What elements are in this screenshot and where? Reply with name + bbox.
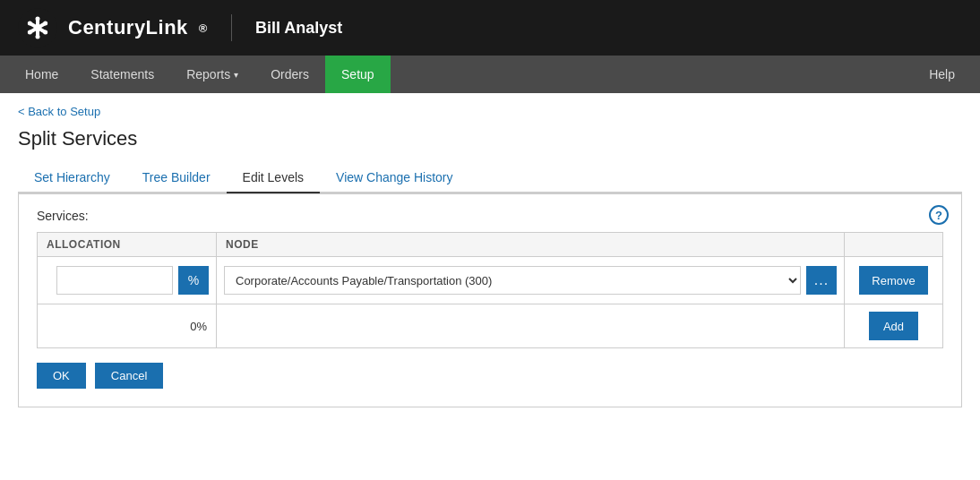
svg-point-5 [36,35,40,39]
svg-point-4 [36,17,40,21]
ok-button[interactable]: OK [37,363,86,389]
allocation-input[interactable] [56,266,173,295]
table-header-row: ALLOCATION NODE [38,233,943,257]
pct-button[interactable]: % [178,266,209,295]
node-row: Corporate/Accounts Payable/Transportatio… [224,266,837,295]
node-cell: Corporate/Accounts Payable/Transportatio… [217,257,845,304]
nav-home[interactable]: Home [9,56,74,93]
table-row: % Corporate/Accounts Payable/Transportat… [38,257,943,304]
allocation-input-group: % [45,266,209,295]
nav-statements[interactable]: Statements [74,56,170,93]
centurylink-logo-icon [18,8,57,47]
nav-help[interactable]: Help [913,56,971,93]
page-title: Split Services [18,127,962,150]
svg-point-9 [43,21,47,26]
total-row: 0% Add [38,304,943,348]
nav-reports[interactable]: Reports ▾ [170,56,254,93]
header-allocation: ALLOCATION [38,233,217,257]
total-node-cell [217,304,845,348]
node-select[interactable]: Corporate/Accounts Payable/Transportatio… [224,266,801,295]
back-to-setup-link[interactable]: < Back to Setup [18,105,100,118]
help-circle-icon[interactable]: ? [929,205,949,225]
registered-mark: ® [199,21,208,35]
cancel-button[interactable]: Cancel [95,363,163,389]
nav-setup[interactable]: Setup [325,56,391,93]
add-cell: Add [845,304,943,348]
nav-bar: Home Statements Reports ▾ Orders Setup H… [0,56,980,93]
ellipsis-button[interactable]: ... [806,266,837,295]
header-node: NODE [217,233,845,257]
services-table: ALLOCATION NODE % [37,232,943,348]
logo-divider [231,14,232,41]
action-cell: Remove [845,257,943,304]
logo-area: CenturyLink ® Bill Analyst [18,8,342,47]
brand-name: CenturyLink [68,16,188,39]
remove-button[interactable]: Remove [859,266,927,295]
svg-point-8 [28,30,32,35]
svg-point-6 [28,21,32,26]
content-area: < Back to Setup Split Services Set Hiera… [0,93,980,480]
nav-spacer [391,56,914,93]
tab-set-hierarchy[interactable]: Set Hierarchy [18,163,126,192]
tabs-bar: Set Hierarchy Tree Builder Edit Levels V… [18,163,962,193]
main-panel: ? Services: ALLOCATION NODE % [18,193,962,407]
bottom-buttons: OK Cancel [37,363,943,389]
svg-point-10 [35,25,40,30]
allocation-cell: % [38,257,217,304]
header-action [845,233,943,257]
tab-view-change-history[interactable]: View Change History [320,163,469,192]
services-label: Services: [37,209,943,223]
svg-point-7 [43,30,47,35]
tab-edit-levels[interactable]: Edit Levels [227,163,320,193]
tab-tree-builder[interactable]: Tree Builder [126,163,227,192]
header: CenturyLink ® Bill Analyst [0,0,980,56]
nav-orders[interactable]: Orders [254,56,325,93]
app-name: Bill Analyst [255,19,342,38]
reports-caret-icon: ▾ [234,70,238,80]
add-button[interactable]: Add [869,312,918,340]
total-pct-cell: 0% [38,304,217,348]
